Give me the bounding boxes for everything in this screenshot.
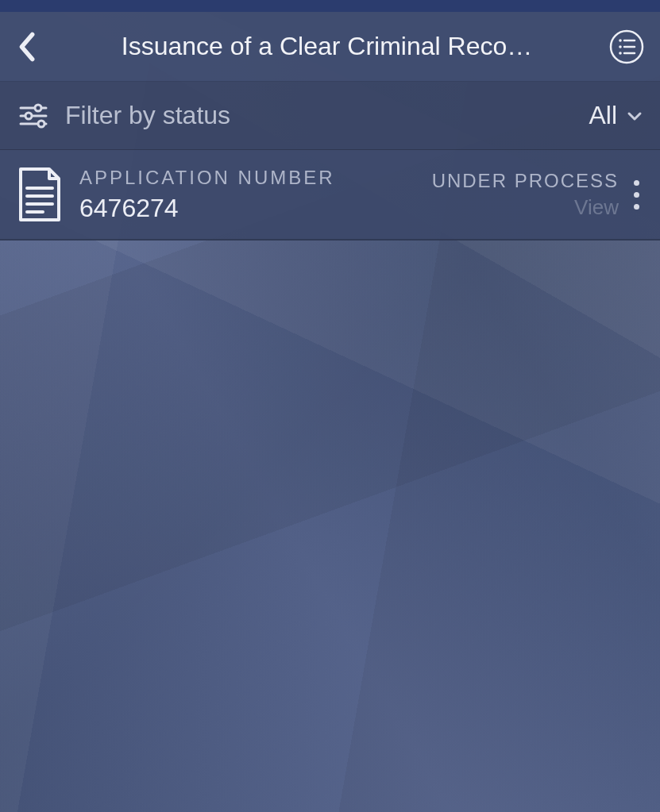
dot-icon bbox=[634, 192, 639, 198]
chevron-down-icon bbox=[625, 106, 644, 125]
svg-point-12 bbox=[38, 121, 44, 127]
svg-point-10 bbox=[25, 113, 32, 119]
application-status: UNDER PROCESS bbox=[432, 170, 619, 192]
item-right: UNDER PROCESS View bbox=[432, 170, 619, 220]
svg-point-5 bbox=[619, 52, 622, 55]
svg-point-3 bbox=[619, 45, 622, 48]
filter-bar: Filter by status All bbox=[0, 82, 660, 150]
menu-button[interactable] bbox=[608, 28, 646, 66]
document-icon bbox=[14, 166, 65, 223]
chevron-left-icon bbox=[16, 31, 38, 63]
svg-point-1 bbox=[619, 39, 622, 42]
application-number-value: 6476274 bbox=[79, 194, 432, 223]
back-button[interactable] bbox=[8, 28, 46, 66]
dot-icon bbox=[634, 180, 639, 186]
dot-icon bbox=[634, 204, 639, 210]
filter-sliders-icon bbox=[16, 98, 51, 133]
status-bar-strip bbox=[0, 0, 660, 12]
page-title: Issuance of a Clear Criminal Reco… bbox=[46, 32, 608, 61]
list-circle-icon bbox=[609, 29, 644, 64]
application-number-label: APPLICATION NUMBER bbox=[79, 167, 432, 189]
filter-status-dropdown[interactable]: All bbox=[589, 101, 644, 130]
item-more-button[interactable] bbox=[627, 172, 646, 217]
list-item[interactable]: APPLICATION NUMBER 6476274 UNDER PROCESS… bbox=[0, 150, 660, 241]
item-main: APPLICATION NUMBER 6476274 bbox=[79, 167, 432, 223]
svg-point-8 bbox=[35, 105, 41, 111]
app-header: Issuance of a Clear Criminal Reco… bbox=[0, 12, 660, 82]
filter-value-text: All bbox=[589, 101, 617, 130]
view-action-label: View bbox=[574, 195, 619, 220]
applications-list: APPLICATION NUMBER 6476274 UNDER PROCESS… bbox=[0, 150, 660, 241]
filter-label: Filter by status bbox=[65, 101, 589, 130]
